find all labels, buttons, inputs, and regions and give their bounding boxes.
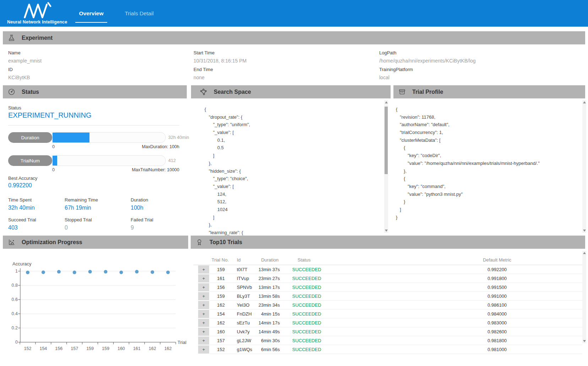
expand-row-button[interactable]: +: [198, 328, 209, 336]
scroll-up-arrow-icon[interactable]: [385, 101, 388, 103]
json-line: }: [396, 214, 577, 221]
scrollbar-thumb[interactable]: [385, 107, 388, 174]
scatter-point: [88, 270, 92, 274]
json-line: ]: [396, 206, 577, 214]
scatter-point: [26, 271, 29, 274]
x-tick-label: 156: [55, 346, 62, 351]
stat-stopped-trial: Stopped Trial0: [65, 217, 118, 231]
table-row[interactable]: +160Uvk7y14min 49sSUCCEEDED0.982600: [194, 327, 582, 336]
cell-status: SUCCEEDED: [284, 302, 412, 308]
cell-trial-id: BLy3T: [231, 294, 256, 299]
json-line: "value": "python3 mnist.py": [396, 190, 577, 198]
table-row[interactable]: +152g1WQs6min 56sSUCCEEDED0.981000: [194, 345, 582, 354]
json-line: "_value": [: [205, 129, 364, 136]
expand-row-button[interactable]: +: [198, 337, 209, 345]
json-line: {: [396, 106, 577, 113]
cell-trial-no: 162: [209, 302, 231, 308]
expand-row-button[interactable]: +: [198, 345, 209, 354]
progress-fill: [53, 156, 57, 166]
scroll-up-arrow-icon[interactable]: [583, 101, 586, 103]
cell-trial-id: SPNVb: [231, 285, 256, 290]
stat-value: 67h 19min: [65, 205, 118, 211]
search-space-scrollbar[interactable]: [384, 100, 388, 233]
stat-value: 9: [131, 225, 184, 231]
json-line: {: [396, 144, 577, 152]
stat-remaining-time: Remaining Time67h 19min: [65, 197, 118, 211]
cell-default-metric: 0.992200: [412, 267, 582, 272]
cell-duration: 6min 30s: [256, 338, 284, 343]
cell-trial-id: gL2JW: [231, 338, 256, 343]
table-row[interactable]: +162YeI3O23min 34sSUCCEEDED0.986100: [194, 301, 582, 310]
cell-trial-no: 161: [209, 276, 231, 281]
y-tick-label: 0.8: [12, 283, 18, 288]
duration-max: MaxDuration: 100h: [142, 144, 179, 149]
cell-duration: 13min 17s: [256, 285, 284, 290]
optimization-title: Optimization Progress: [22, 239, 82, 246]
table-row[interactable]: +154FnDZH4min 15sSUCCEEDED0.984000: [194, 310, 582, 318]
cell-trial-no: 159: [209, 267, 231, 272]
scatter-point: [104, 270, 108, 274]
table-row[interactable]: +157gL2JW6min 30sSUCCEEDED0.981800: [194, 336, 582, 345]
tab-trials-detail[interactable]: Trials Detail: [119, 0, 159, 27]
trials-table-header: Trial No. Id Duration Status Default Met…: [194, 255, 582, 265]
x-tick-label: 152: [24, 346, 32, 351]
json-line: "value": "/home/quzha/nni/nni/examples/t…: [396, 160, 577, 167]
stat-duration: Duration100h: [131, 197, 184, 211]
cell-default-metric: 0.981000: [412, 347, 582, 352]
expand-row-button[interactable]: +: [198, 292, 209, 300]
top-nav: Neural Network Intelligence Overview Tri…: [0, 0, 588, 27]
scroll-down-arrow-icon[interactable]: [583, 230, 586, 232]
scroll-up-arrow-icon[interactable]: [583, 252, 586, 254]
expand-row-button[interactable]: +: [198, 310, 209, 318]
json-line: "_value": [: [205, 183, 364, 190]
cell-duration: 14min 49s: [256, 329, 284, 334]
search-space-json[interactable]: {"dropout_rate": {"_type": "uniform","_v…: [205, 106, 364, 237]
y-tick-label: 0.4: [12, 311, 18, 316]
x-tick-label: 159: [102, 346, 109, 351]
cell-duration: 13min 37s: [256, 267, 284, 272]
gauge-icon: [8, 88, 15, 96]
x-tick-label: 162: [164, 346, 172, 351]
table-row[interactable]: +156SPNVb13min 17sSUCCEEDED0.991500: [194, 283, 582, 292]
header-duration: Duration: [256, 257, 284, 263]
field-value-end-time: none: [194, 75, 205, 80]
expand-row-button[interactable]: +: [198, 301, 209, 309]
stat-label: Succeed Trial: [8, 217, 61, 222]
scroll-down-arrow-icon[interactable]: [583, 340, 586, 342]
field-label-id: ID: [8, 67, 13, 72]
trial-profile-json[interactable]: {"revision": 11768,"authorName": "defaul…: [396, 106, 577, 221]
scroll-down-arrow-icon[interactable]: [385, 230, 388, 232]
expand-row-button[interactable]: +: [198, 319, 209, 327]
stat-time-spent: Time Spent32h 40min: [8, 197, 61, 211]
experiment-section-header: Experiment: [3, 31, 585, 44]
expand-row-button[interactable]: +: [198, 274, 209, 282]
scatter-point: [57, 270, 61, 274]
y-tick-label: 1: [15, 269, 18, 274]
json-line: {: [205, 106, 364, 113]
x-tick-label: 161: [133, 346, 141, 351]
table-row[interactable]: +161ITVup23min 27sSUCCEEDED0.991800: [194, 274, 582, 283]
top10-scrollbar[interactable]: [582, 251, 586, 343]
trial-profile-scrollbar[interactable]: [582, 100, 586, 233]
field-label-start-time: Start Time: [194, 50, 214, 55]
tab-overview[interactable]: Overview: [75, 0, 107, 27]
expand-row-button[interactable]: +: [198, 283, 209, 291]
table-row[interactable]: +159t0I7T13min 37sSUCCEEDED0.992200: [194, 265, 582, 274]
scatter-point: [166, 270, 170, 274]
cell-status: SUCCEEDED: [284, 347, 412, 352]
stat-label: Failed Trial: [131, 217, 184, 222]
trialnum-bar-label: TrialNum: [8, 155, 52, 166]
medal-icon: [196, 238, 203, 246]
table-row[interactable]: +159BLy3T13min 58sSUCCEEDED0.991000: [194, 292, 582, 301]
scatter-point: [119, 271, 123, 274]
cell-status: SUCCEEDED: [284, 276, 412, 281]
divider: [8, 125, 179, 125]
experiment-title: Experiment: [22, 35, 53, 41]
duration-min: 0: [52, 144, 55, 149]
cell-trial-no: 154: [209, 311, 231, 317]
archive-box-icon: [398, 88, 406, 96]
header-status: Status: [284, 257, 412, 263]
table-row[interactable]: +162sEzTu14min 17sSUCCEEDED0.983000: [194, 318, 582, 327]
expand-row-button[interactable]: +: [198, 265, 209, 274]
field-label-name: Name: [8, 50, 21, 55]
